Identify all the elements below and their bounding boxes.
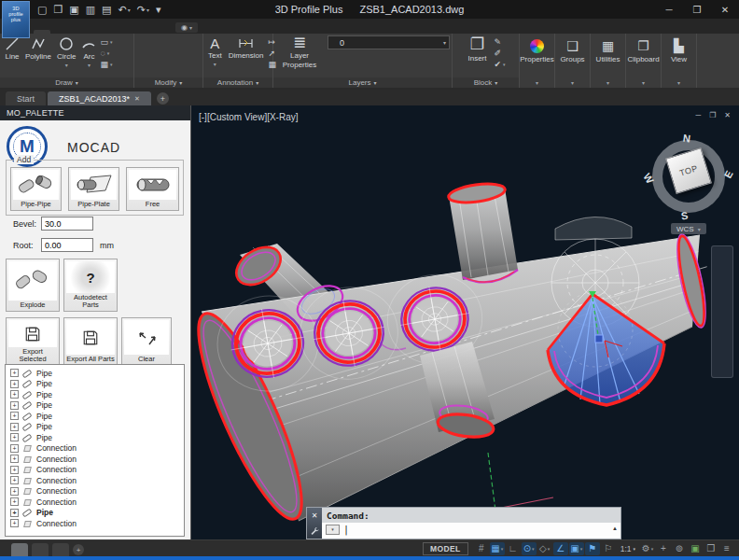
isolate-objects-icon[interactable]: ⊚▾: [672, 542, 687, 555]
line-button[interactable]: Line: [3, 35, 21, 62]
command-close-icon[interactable]: ✕: [312, 511, 318, 520]
export-all-parts-button[interactable]: Export All Parts: [63, 317, 118, 366]
bevel-input[interactable]: [41, 217, 93, 231]
layer-select[interactable]: 0 ▾: [328, 35, 450, 49]
viewport-minimize-icon[interactable]: ─: [695, 111, 701, 119]
open-button[interactable]: ❒▾: [53, 4, 63, 16]
redo-button[interactable]: ↷▾: [137, 4, 149, 16]
ortho-icon[interactable]: ∟▾: [506, 542, 521, 555]
minimize-button[interactable]: ─: [655, 0, 683, 19]
crosshair-icon[interactable]: +▾: [656, 542, 671, 555]
tree-item[interactable]: + Pipe: [6, 379, 184, 390]
command-options-icon[interactable]: ▾: [326, 525, 340, 535]
expander-icon[interactable]: +: [10, 466, 19, 474]
panel-groups[interactable]: ❑ Groups ▾: [555, 34, 591, 88]
file-tab[interactable]: ZSB1_ACAD2013*✕: [48, 91, 151, 105]
file-tab[interactable]: Start✕: [6, 91, 46, 105]
snap-icon[interactable]: ▦▾: [490, 542, 505, 555]
annotation-panel-label[interactable]: Annotation▾: [203, 77, 272, 88]
dimension-button[interactable]: Dimension: [227, 35, 266, 61]
wcs-selector[interactable]: WCS ▾: [671, 223, 706, 234]
modify-tool-icon[interactable]: [168, 36, 184, 50]
draw-side-tool[interactable]: ▭▾: [100, 37, 112, 47]
viewcube-north[interactable]: N: [682, 133, 691, 145]
layout-tab[interactable]: [32, 543, 49, 556]
block-side-tool[interactable]: ✔▾: [494, 60, 505, 69]
drawing-viewport[interactable]: [-][Custom View][X-Ray] ─ ❐ ✕ N E S W TO…: [191, 105, 739, 539]
polyline-button[interactable]: Polyline: [23, 35, 53, 62]
tree-item[interactable]: + Connection: [6, 518, 184, 529]
isodraft-icon[interactable]: ◇▾: [537, 542, 552, 555]
workspace-gear-icon[interactable]: ⚙▾: [640, 542, 655, 555]
panel-clipboard[interactable]: ❐ Clipboard ▾: [626, 34, 662, 88]
maximize-button[interactable]: ❐: [683, 0, 711, 19]
app-logo[interactable]: 3D profile plus: [2, 1, 30, 38]
block-panel-label[interactable]: Block▾: [453, 77, 519, 88]
expander-icon[interactable]: +: [10, 497, 19, 506]
layout-tab[interactable]: [11, 543, 28, 556]
tree-item[interactable]: + Pipe: [6, 432, 184, 443]
view-cube[interactable]: N E S W TOP: [648, 135, 730, 217]
model-space-toggle[interactable]: MODEL: [423, 542, 468, 555]
expander-icon[interactable]: +: [10, 412, 19, 420]
modify-tool-icon[interactable]: [152, 50, 168, 64]
clean-screen-icon[interactable]: ❒▾: [704, 542, 718, 555]
arc-button[interactable]: Arc ▾: [79, 35, 98, 71]
expander-icon[interactable]: +: [10, 455, 19, 463]
block-side-tool[interactable]: ✎▾: [494, 37, 505, 47]
tree-item[interactable]: + Pipe: [6, 400, 184, 412]
tree-item[interactable]: + Pipe: [6, 368, 184, 379]
autodetect-parts-button[interactable]: ? Autodetect Parts: [63, 259, 118, 312]
panel-utilities[interactable]: ▦ Utilities ▾: [591, 34, 626, 88]
modify-tool-icon[interactable]: [136, 50, 152, 64]
vertical-pipe[interactable]: [448, 181, 518, 283]
viewport-controls-label[interactable]: [-][Custom View][X-Ray]: [199, 112, 299, 122]
modify-tool-icon[interactable]: [168, 50, 184, 64]
draw-side-tool[interactable]: ▦▾: [100, 60, 112, 69]
modify-tool-icon[interactable]: [152, 64, 168, 78]
annotation-autoscale-icon[interactable]: ⚐▾: [601, 542, 616, 555]
modify-tool-icon[interactable]: [184, 64, 200, 78]
pipe-plate-button[interactable]: Pipe-Plate: [68, 167, 119, 211]
grid-icon[interactable]: #▾: [474, 542, 489, 555]
tree-item[interactable]: + Connection: [6, 443, 184, 455]
expander-icon[interactable]: +: [10, 369, 19, 377]
draw-side-tool[interactable]: ◌▾: [100, 49, 112, 58]
layer-properties-button[interactable]: ≣ Layer Properties: [273, 34, 326, 70]
new-file-button[interactable]: ▢▾: [37, 4, 47, 16]
insert-button[interactable]: ❐ Insert: [466, 35, 488, 63]
object-snap-icon[interactable]: ▣▾: [569, 542, 584, 555]
plot-button[interactable]: ▤▾: [102, 4, 111, 16]
polar-tracking-icon[interactable]: ⊙▾: [522, 542, 537, 555]
expander-icon[interactable]: +: [10, 433, 19, 441]
modify-tool-icon[interactable]: [168, 64, 184, 78]
modify-tool-icon[interactable]: [152, 36, 168, 50]
modify-tool-icon[interactable]: [136, 36, 152, 50]
layout-tab[interactable]: [52, 543, 69, 556]
expander-icon[interactable]: +: [10, 401, 19, 410]
object-snap-tracking-icon[interactable]: ∠▾: [553, 542, 568, 555]
annotation-scale-selector[interactable]: 1:1▾: [617, 544, 639, 553]
tree-item[interactable]: + Connection: [6, 475, 184, 486]
export-selected-button[interactable]: Export Selected: [6, 317, 60, 366]
text-button[interactable]: A Text ▾: [206, 35, 224, 70]
free-button[interactable]: Free: [126, 167, 179, 211]
new-drawing-tab-button[interactable]: +: [157, 92, 169, 105]
tree-item[interactable]: + Pipe: [6, 422, 184, 433]
tree-item[interactable]: + Pipe: [6, 411, 184, 422]
tree-item[interactable]: + Connection: [6, 486, 184, 497]
save-button[interactable]: ▣▾: [69, 4, 78, 16]
modify-tool-icon[interactable]: [184, 36, 200, 50]
graphics-performance-icon[interactable]: ▣▾: [688, 542, 703, 555]
expander-icon[interactable]: +: [10, 476, 19, 484]
pipe-pipe-button[interactable]: Pipe-Pipe: [10, 167, 62, 211]
expander-icon[interactable]: +: [10, 423, 19, 431]
tree-item[interactable]: + Pipe: [6, 508, 184, 519]
wrench-icon[interactable]: [310, 526, 319, 536]
tree-item[interactable]: + Connection: [6, 454, 184, 465]
viewport-restore-icon[interactable]: ❐: [709, 111, 716, 119]
command-expand-icon[interactable]: ▲: [612, 525, 618, 531]
file-tab-close-icon[interactable]: ✕: [134, 95, 140, 103]
viewport-close-icon[interactable]: ✕: [724, 111, 731, 119]
annotation-visibility-icon[interactable]: ⚑▾: [585, 542, 600, 555]
